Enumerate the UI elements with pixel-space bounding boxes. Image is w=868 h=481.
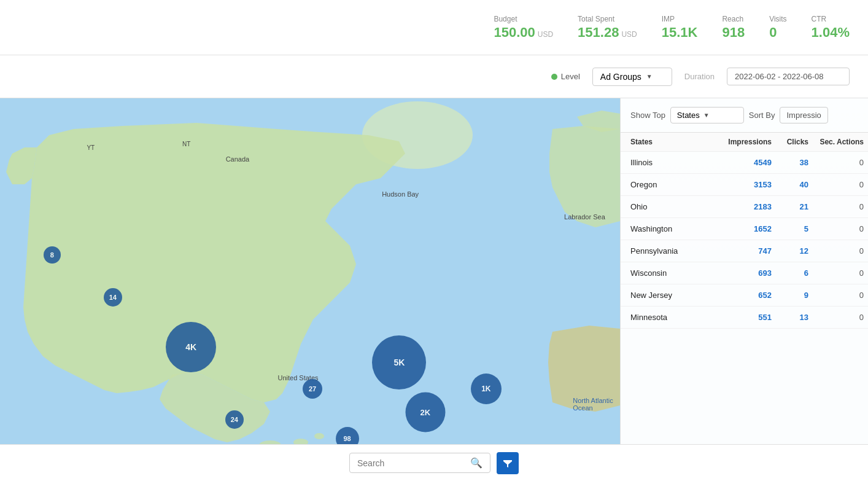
search-input-wrap: 🔍 <box>349 453 490 473</box>
stat-imp: IMP15.1K <box>662 15 698 41</box>
row-clicks-0: 38 <box>772 158 808 167</box>
row-impressions-7: 551 <box>716 313 772 322</box>
duration-label: Duration <box>684 72 715 81</box>
stat-label-total-spent: Total Spent <box>578 15 614 23</box>
panel-header: Show Top States ▼ Sort By Impressio <box>621 98 868 133</box>
map-area: Canada Hudson Bay Labrador Sea United St… <box>0 98 868 481</box>
svg-point-4 <box>314 433 324 439</box>
bubble-8[interactable]: 8 <box>44 246 61 264</box>
stat-value-budget: 150.00USD <box>494 25 553 41</box>
level-label: Level <box>551 72 580 81</box>
table-row[interactable]: Illinois4549380 <box>621 152 868 174</box>
row-sec-5: 0 <box>808 268 864 278</box>
row-clicks-1: 40 <box>772 180 808 189</box>
row-clicks-3: 5 <box>772 224 808 233</box>
row-clicks-5: 6 <box>772 268 808 278</box>
row-sec-7: 0 <box>808 313 864 322</box>
stat-label-budget: Budget <box>494 15 517 23</box>
search-button[interactable]: 🔍 <box>470 457 482 469</box>
stat-budget: Budget150.00USD <box>494 15 553 41</box>
show-top-label: Show Top <box>630 111 665 120</box>
filter-icon <box>503 458 513 468</box>
row-state-1: Oregon <box>630 180 716 189</box>
col-header-states: States <box>630 138 716 146</box>
duration-value[interactable]: 2022-06-02 - 2022-06-08 <box>727 68 850 85</box>
row-sec-2: 0 <box>808 202 864 211</box>
stat-visits: Visits0 <box>769 15 786 41</box>
bubble-14[interactable]: 14 <box>104 288 122 307</box>
row-state-2: Ohio <box>630 202 716 211</box>
stat-value-reach: 918 <box>722 25 745 41</box>
bubble-5k[interactable]: 5K <box>372 335 426 389</box>
row-clicks-6: 9 <box>772 291 808 300</box>
row-state-3: Washington <box>630 224 716 233</box>
row-impressions-5: 693 <box>716 268 772 278</box>
row-impressions-0: 4549 <box>716 158 772 167</box>
stat-ctr: CTR1.04% <box>812 15 850 41</box>
search-input[interactable] <box>357 458 470 468</box>
row-impressions-3: 1652 <box>716 224 772 233</box>
row-state-6: New Jersey <box>630 291 716 300</box>
col-header-clicks: Clicks <box>772 138 808 146</box>
stat-label-imp: IMP <box>662 15 675 23</box>
stat-value-imp: 15.1K <box>662 25 698 41</box>
row-clicks-2: 21 <box>772 202 808 211</box>
stat-value-visits: 0 <box>769 25 777 41</box>
row-impressions-6: 652 <box>716 291 772 300</box>
stat-unit-total-spent: USD <box>621 30 637 39</box>
bubble-1k[interactable]: 1K <box>471 373 502 404</box>
stat-total-spent: Total Spent151.28USD <box>578 15 637 41</box>
bubble-24[interactable]: 24 <box>225 410 244 429</box>
panel-table: States Impressions Clicks Sec. Actions I… <box>621 133 868 481</box>
bubble-27[interactable]: 27 <box>303 379 322 399</box>
row-state-7: Minnesota <box>630 313 716 322</box>
row-state-5: Wisconsin <box>630 268 716 278</box>
stat-label-ctr: CTR <box>812 15 827 23</box>
filter-button[interactable] <box>497 452 519 474</box>
table-row[interactable]: Pennsylvania747120 <box>621 240 868 262</box>
level-dropdown[interactable]: Ad Groups ▼ <box>592 68 672 86</box>
row-impressions-1: 3153 <box>716 180 772 189</box>
sort-value[interactable]: Impressio <box>780 107 827 123</box>
table-row[interactable]: Washington165250 <box>621 218 868 240</box>
header-bar: Budget150.00USDTotal Spent151.28USDIMP15… <box>0 0 868 55</box>
row-sec-3: 0 <box>808 224 864 233</box>
col-header-impressions: Impressions <box>716 138 772 146</box>
states-dropdown-arrow: ▼ <box>703 112 710 119</box>
row-clicks-4: 12 <box>772 246 808 256</box>
stat-unit-budget: USD <box>538 30 553 39</box>
bottom-bar: 🔍 <box>0 444 868 481</box>
row-impressions-2: 2183 <box>716 202 772 211</box>
level-dropdown-value: Ad Groups <box>600 72 641 82</box>
bubble-2k[interactable]: 2K <box>405 392 445 432</box>
stat-reach: Reach918 <box>722 15 745 41</box>
row-sec-1: 0 <box>808 180 864 189</box>
level-text: Level <box>561 72 580 81</box>
stat-label-visits: Visits <box>769 15 786 23</box>
level-indicator-dot <box>551 74 557 80</box>
table-row[interactable]: Ohio2183210 <box>621 196 868 218</box>
stat-value-ctr: 1.04% <box>812 25 850 41</box>
table-row[interactable]: New Jersey65290 <box>621 284 868 307</box>
bubble-4k[interactable]: 4K <box>166 322 216 372</box>
states-dropdown[interactable]: States ▼ <box>670 107 744 123</box>
table-row[interactable]: Wisconsin69360 <box>621 262 868 284</box>
table-row[interactable]: Minnesota551130 <box>621 307 868 329</box>
table-row[interactable]: Oregon3153400 <box>621 174 868 196</box>
states-dropdown-value: States <box>677 111 700 120</box>
stat-label-reach: Reach <box>722 15 743 23</box>
stat-value-total-spent: 151.28USD <box>578 25 637 41</box>
row-sec-4: 0 <box>808 246 864 256</box>
row-state-0: Illinois <box>630 158 716 167</box>
table-header: States Impressions Clicks Sec. Actions <box>621 133 868 152</box>
map-svg <box>0 98 620 481</box>
row-sec-0: 0 <box>808 158 864 167</box>
sort-by-label: Sort By <box>749 111 775 120</box>
row-sec-6: 0 <box>808 291 864 300</box>
level-dropdown-arrow: ▼ <box>646 73 653 80</box>
right-panel: Show Top States ▼ Sort By Impressio Stat… <box>620 98 868 481</box>
controls-bar: Level Ad Groups ▼ Duration 2022-06-02 - … <box>0 55 868 98</box>
row-impressions-4: 747 <box>716 246 772 256</box>
row-clicks-7: 13 <box>772 313 808 322</box>
col-header-sec: Sec. Actions <box>808 138 864 146</box>
